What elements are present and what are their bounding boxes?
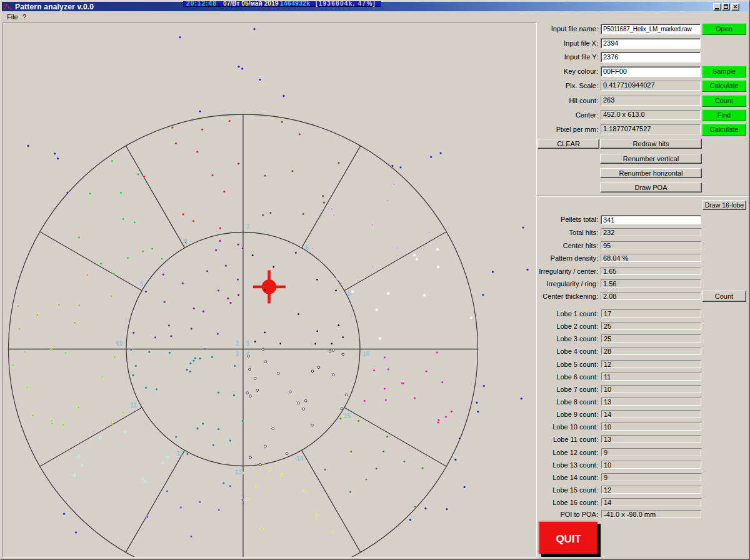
svg-text:10: 10 — [116, 340, 123, 347]
svg-text:3: 3 — [235, 351, 239, 358]
svg-text:2: 2 — [236, 340, 239, 347]
svg-text:6: 6 — [305, 244, 309, 251]
svg-text:7: 7 — [246, 223, 250, 230]
svg-text:5: 5 — [348, 290, 351, 297]
svg-text:13: 13 — [234, 469, 242, 476]
svg-text:14: 14 — [296, 455, 304, 462]
svg-text:11: 11 — [130, 402, 137, 409]
svg-text:8: 8 — [184, 238, 188, 245]
svg-text:4: 4 — [246, 351, 250, 358]
svg-text:12: 12 — [176, 450, 184, 457]
svg-text:15: 15 — [344, 412, 351, 419]
svg-text:9: 9 — [140, 281, 144, 288]
svg-text:16: 16 — [362, 351, 370, 358]
svg-text:1: 1 — [246, 340, 250, 347]
